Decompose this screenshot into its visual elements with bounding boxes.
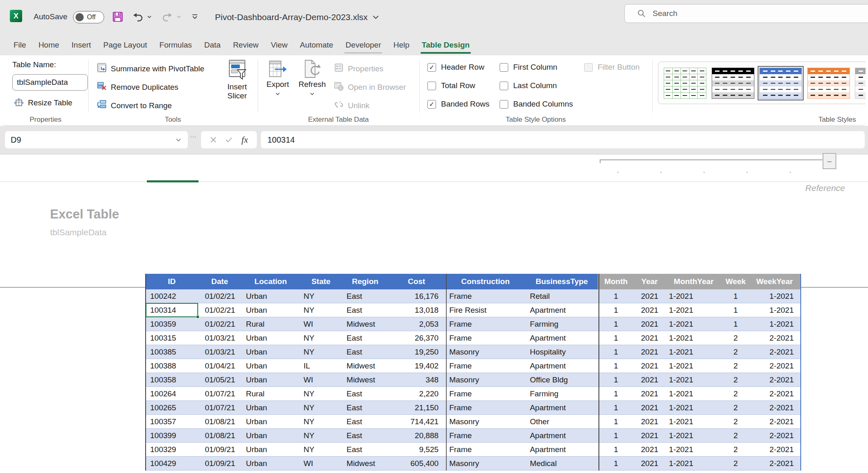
cell-location[interactable]: Urban bbox=[242, 457, 299, 470]
autosave-toggle[interactable]: Off bbox=[73, 11, 104, 23]
cell-weekyear[interactable]: 2-2021 bbox=[749, 345, 800, 359]
cell-location[interactable]: Urban bbox=[242, 303, 299, 317]
tab-review[interactable]: Review bbox=[227, 34, 265, 55]
cell-cost[interactable]: 714,421 bbox=[388, 415, 445, 428]
cell-year[interactable]: 2021 bbox=[634, 443, 665, 456]
cell-monthyear[interactable]: 1-2021 bbox=[665, 429, 723, 442]
cell-date[interactable]: 01/08/21 bbox=[198, 415, 242, 428]
cell-week[interactable]: 2 bbox=[722, 331, 749, 345]
cell-region[interactable]: Midwest bbox=[343, 359, 388, 373]
cell-region[interactable]: East bbox=[343, 415, 388, 428]
cell-year[interactable]: 2021 bbox=[634, 457, 665, 470]
cell-monthyear[interactable]: 1-2021 bbox=[665, 331, 723, 345]
cell-monthyear[interactable]: 1-2021 bbox=[665, 401, 723, 414]
cell-weekyear[interactable]: 2-2021 bbox=[749, 429, 800, 442]
cell-construction[interactable]: Masonry bbox=[445, 373, 525, 387]
cell-year[interactable]: 2021 bbox=[634, 303, 665, 317]
cell-cost[interactable]: 9,525 bbox=[388, 443, 445, 456]
resize-table-button[interactable]: Resize Table bbox=[14, 98, 72, 108]
cell-date[interactable]: 01/08/21 bbox=[198, 429, 242, 442]
cell-week[interactable]: 2 bbox=[722, 429, 749, 442]
cell-monthyear[interactable]: 1-2021 bbox=[665, 289, 723, 303]
column-header-cost[interactable]: Cost bbox=[388, 274, 445, 289]
cell-location[interactable]: Urban bbox=[242, 345, 299, 359]
cell-businesstype[interactable]: Other bbox=[526, 415, 598, 428]
cell-cost[interactable]: 21,150 bbox=[388, 401, 445, 414]
cell-month[interactable]: 1 bbox=[598, 443, 634, 456]
cell-state[interactable]: IL bbox=[299, 359, 343, 373]
cell-region[interactable]: East bbox=[343, 387, 388, 400]
cell-region[interactable]: Midwest bbox=[343, 373, 388, 387]
cell-monthyear[interactable]: 1-2021 bbox=[665, 415, 723, 428]
cell-date[interactable]: 01/07/21 bbox=[198, 387, 242, 400]
open-in-browser-button[interactable]: Open in Browser bbox=[334, 81, 406, 93]
cell-state[interactable]: NY bbox=[299, 331, 343, 345]
cell-cost[interactable]: 2,220 bbox=[388, 387, 445, 400]
cell-location[interactable]: Urban bbox=[242, 359, 299, 373]
collapse-button[interactable]: – bbox=[823, 153, 836, 169]
cell-year[interactable]: 2021 bbox=[634, 373, 665, 387]
cell-month[interactable]: 1 bbox=[598, 303, 634, 317]
cell-month[interactable]: 1 bbox=[598, 373, 634, 387]
cell-week[interactable]: 1 bbox=[722, 317, 749, 331]
cell-state[interactable]: NY bbox=[299, 303, 343, 317]
cell-weekyear[interactable]: 2-2021 bbox=[749, 457, 800, 470]
cell-businesstype[interactable]: Retail bbox=[526, 289, 598, 303]
cell-location[interactable]: Urban bbox=[242, 373, 299, 387]
checkbox-header-row[interactable]: ✓Header Row bbox=[427, 63, 484, 72]
summarize-with-pivottable-button[interactable]: Summarize with PivotTable bbox=[97, 63, 204, 75]
cell-date[interactable]: 01/04/21 bbox=[198, 359, 242, 373]
checkbox-banded-rows[interactable]: ✓Banded Rows bbox=[427, 100, 489, 109]
cell-weekyear[interactable]: 2-2021 bbox=[749, 443, 800, 456]
cell-weekyear[interactable]: 1-2021 bbox=[749, 289, 800, 303]
cell-year[interactable]: 2021 bbox=[634, 317, 665, 331]
cell-state[interactable]: NY bbox=[299, 429, 343, 442]
excel-app-icon[interactable]: X bbox=[10, 10, 22, 22]
tab-data[interactable]: Data bbox=[198, 34, 227, 55]
cell-cost[interactable]: 19,402 bbox=[388, 359, 445, 373]
cell-id[interactable]: 100399 bbox=[146, 429, 198, 442]
undo-dropdown[interactable] bbox=[144, 9, 154, 25]
table-style-blue-medium[interactable] bbox=[759, 68, 802, 99]
cell-location[interactable]: Urban bbox=[242, 443, 299, 456]
cell-state[interactable]: NY bbox=[299, 443, 343, 456]
cell-monthyear[interactable]: 1-2021 bbox=[665, 387, 723, 400]
cell-month[interactable]: 1 bbox=[598, 387, 634, 400]
cell-businesstype[interactable]: Apartment bbox=[526, 401, 598, 414]
cell-id[interactable]: 100329 bbox=[146, 443, 198, 456]
cell-region[interactable]: East bbox=[343, 345, 388, 359]
column-header-state[interactable]: State bbox=[299, 274, 343, 289]
cell-location[interactable]: Rural bbox=[242, 387, 299, 400]
cell-cost[interactable]: 605,400 bbox=[388, 457, 445, 470]
column-header-location[interactable]: Location bbox=[242, 274, 299, 289]
refresh-button[interactable]: Refresh bbox=[295, 59, 330, 96]
cell-week[interactable]: 1 bbox=[722, 289, 749, 303]
cell-date[interactable]: 01/05/21 bbox=[198, 373, 242, 387]
name-box[interactable]: D9 bbox=[5, 131, 188, 148]
cell-date[interactable]: 01/02/21 bbox=[198, 303, 242, 317]
cell-weekyear[interactable]: 2-2021 bbox=[749, 331, 800, 345]
cell-id[interactable]: 100385 bbox=[146, 345, 198, 359]
cell-weekyear[interactable]: 1-2021 bbox=[749, 317, 800, 331]
tab-home[interactable]: Home bbox=[32, 34, 66, 55]
cell-businesstype[interactable]: Apartment bbox=[526, 429, 598, 442]
cell-date[interactable]: 01/09/21 bbox=[198, 457, 242, 470]
cell-week[interactable]: 2 bbox=[722, 457, 749, 470]
cell-state[interactable]: NY bbox=[299, 345, 343, 359]
tab-automate[interactable]: Automate bbox=[294, 34, 339, 55]
cell-week[interactable]: 2 bbox=[722, 443, 749, 456]
cell-construction[interactable]: Frame bbox=[445, 331, 525, 345]
cell-week[interactable]: 2 bbox=[722, 401, 749, 414]
search-box[interactable] bbox=[624, 4, 868, 23]
column-header-month[interactable]: Month bbox=[598, 274, 634, 289]
cell-businesstype[interactable]: Farming bbox=[526, 317, 598, 331]
formula-bar-resize-handle[interactable]: ⋮ bbox=[190, 134, 197, 141]
tab-formulas[interactable]: Formulas bbox=[153, 34, 198, 55]
tab-page-layout[interactable]: Page Layout bbox=[97, 34, 153, 55]
cell-year[interactable]: 2021 bbox=[634, 429, 665, 442]
cell-id[interactable]: 100358 bbox=[146, 373, 198, 387]
cell-region[interactable]: East bbox=[343, 289, 388, 303]
formula-input[interactable]: 100314 bbox=[261, 131, 865, 148]
cell-monthyear[interactable]: 1-2021 bbox=[665, 359, 723, 373]
search-input[interactable] bbox=[653, 9, 850, 18]
